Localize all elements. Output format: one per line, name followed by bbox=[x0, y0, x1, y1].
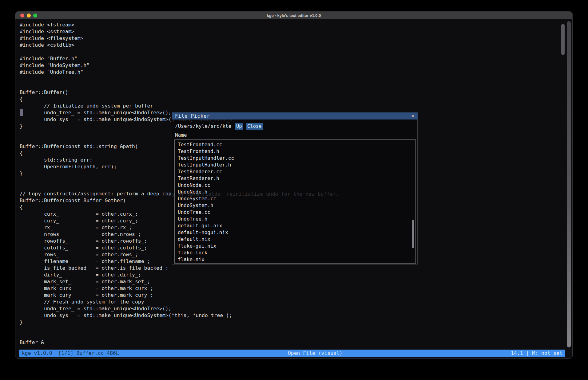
file-list-item[interactable]: flake-gui.nix bbox=[175, 243, 415, 249]
status-mode: Open File (visual) bbox=[288, 350, 343, 357]
file-list-item[interactable]: flake.lock bbox=[175, 249, 415, 256]
code-line[interactable] bbox=[20, 82, 561, 89]
close-icon[interactable]: ✕ bbox=[410, 113, 416, 119]
code-line[interactable] bbox=[20, 49, 561, 55]
status-file-info: kge v1.0.0 [1/1] Buffer.cc 486L bbox=[22, 350, 119, 357]
separator bbox=[173, 131, 417, 131]
editor-scrollbar-thumb[interactable] bbox=[561, 24, 565, 55]
file-list-item[interactable]: UndoSystem.cc bbox=[175, 195, 415, 202]
code-line[interactable]: #include "UndoTree.h" bbox=[20, 69, 561, 76]
up-button[interactable]: Up bbox=[235, 123, 243, 130]
file-list-item[interactable]: TestInputHandler.cc bbox=[175, 155, 415, 162]
code-line[interactable]: mark_set_ = other.mark_set_; bbox=[20, 278, 561, 285]
file-list-item[interactable]: default.nix bbox=[175, 236, 415, 243]
code-line[interactable]: } bbox=[20, 319, 561, 326]
status-cursor-info: 14,1 | M: not set bbox=[511, 350, 562, 357]
desktop: kge - kyle's text editor v1.0.0 #include… bbox=[0, 0, 588, 380]
code-line[interactable]: #include "Buffer.h" bbox=[20, 55, 561, 62]
file-list-item[interactable]: default-nogui.nix bbox=[175, 229, 415, 236]
file-list-item[interactable]: UndoSystem.h bbox=[175, 202, 415, 209]
code-line[interactable] bbox=[20, 326, 561, 332]
file-list-item[interactable]: default-gui.nix bbox=[175, 222, 415, 229]
code-line[interactable]: #include <fstream> bbox=[20, 22, 561, 28]
file-picker-dialog: (*this, *undo_tree_); y of core fields; … bbox=[172, 112, 418, 264]
file-list-item[interactable]: TestFrontend.h bbox=[175, 148, 415, 155]
file-list-item[interactable]: UndoTree.h bbox=[175, 216, 415, 222]
window-titlebar: kge - kyle's text editor v1.0.0 bbox=[15, 12, 572, 19]
status-bar: kge v1.0.0 [1/1] Buffer.cc 486L Open Fil… bbox=[19, 350, 565, 357]
current-path: /Users/kyle/src/kte bbox=[175, 123, 231, 130]
code-line[interactable]: // Initialize undo system per buffer bbox=[20, 103, 561, 109]
code-line[interactable]: dirty_ = other.dirty_; bbox=[20, 272, 561, 278]
dialog-titlebar: File Picker ✕ bbox=[172, 112, 418, 119]
code-line[interactable]: mark_cury_ = other.mark_cury_; bbox=[20, 292, 561, 299]
code-line[interactable]: #include <cstdlib> bbox=[20, 42, 561, 49]
file-list-item[interactable]: TestInputHandler.h bbox=[175, 162, 415, 168]
code-line[interactable]: Buffer::Buffer() bbox=[20, 89, 561, 96]
code-line[interactable] bbox=[20, 76, 561, 82]
path-row: /Users/kyle/src/kte Up Close bbox=[172, 123, 417, 130]
code-line[interactable]: is_file_backed_ = other.is_file_backed_; bbox=[20, 265, 561, 272]
dialog-title: File Picker bbox=[172, 113, 210, 119]
file-list: TestFrontend.ccTestFrontend.hTestInputHa… bbox=[174, 139, 416, 264]
code-line[interactable]: #include "UndoSystem.h" bbox=[20, 62, 561, 69]
code-line[interactable]: undo_tree_ = std::make_unique<UndoTree>(… bbox=[20, 305, 561, 312]
file-list-item[interactable]: TestFrontend.cc bbox=[175, 141, 415, 148]
close-button[interactable]: Close bbox=[246, 123, 263, 130]
code-line[interactable] bbox=[20, 332, 561, 339]
code-line[interactable]: mark_curx_ = other.mark_curx_; bbox=[20, 285, 561, 292]
file-list-item[interactable]: flake.nix bbox=[175, 256, 415, 263]
file-list-item[interactable]: UndoTree.cc bbox=[175, 209, 415, 216]
file-list-scrollbar-thumb[interactable] bbox=[412, 220, 414, 248]
file-list-item[interactable]: UndoNode.h bbox=[175, 189, 415, 195]
file-list-item[interactable]: TestRenderer.cc bbox=[175, 168, 415, 175]
code-line[interactable]: #include <sstream> bbox=[20, 28, 561, 35]
code-line[interactable]: // Fresh undo system for the copy bbox=[20, 299, 561, 305]
name-column-header: Name bbox=[175, 132, 187, 139]
code-line[interactable]: { bbox=[20, 96, 561, 103]
editor-scrollbar-track[interactable] bbox=[567, 21, 571, 347]
app-window: kge - kyle's text editor v1.0.0 #include… bbox=[15, 11, 573, 359]
file-list-item[interactable]: UndoNode.cc bbox=[175, 182, 415, 189]
code-line[interactable]: Buffer & bbox=[20, 339, 561, 346]
window-title: kge - kyle's text editor v1.0.0 bbox=[15, 13, 572, 18]
text-cursor bbox=[20, 109, 23, 116]
code-line[interactable]: #include <filesystem> bbox=[20, 35, 561, 42]
file-list-item[interactable]: TestRenderer.h bbox=[175, 175, 415, 182]
code-line[interactable]: undo_sys_ = std::make_unique<UndoSystem>… bbox=[20, 312, 561, 319]
